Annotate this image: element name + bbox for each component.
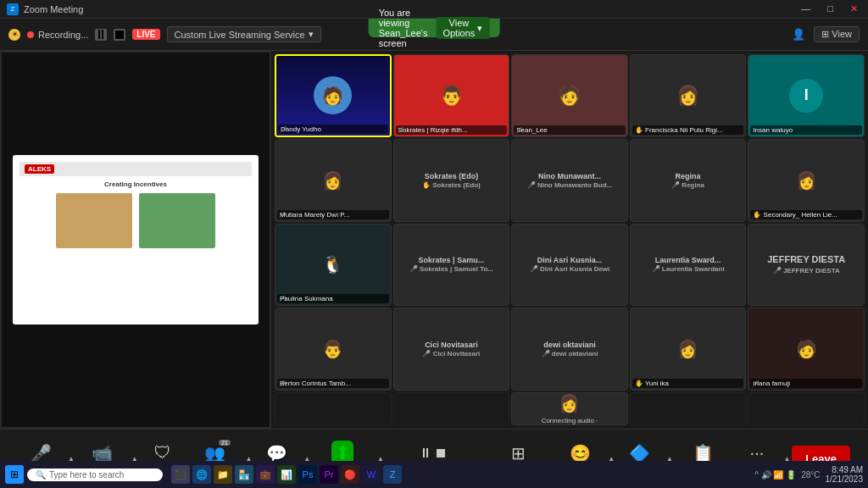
- participant-tile: JEFFREY DIESTA🎤 JEFFREY DiESTA: [748, 224, 865, 307]
- participant-name: Sokrates | Rizqie ifdh...: [396, 125, 508, 135]
- participants-icon: 👥: [204, 444, 225, 463]
- word-icon[interactable]: W: [362, 465, 381, 484]
- close-button[interactable]: ✕: [847, 3, 861, 14]
- participant-tile: 🐧 🎤 Paulina Sukmana: [275, 224, 392, 307]
- task-view-icon[interactable]: ⬛: [171, 465, 190, 484]
- start-button[interactable]: ⊞: [5, 465, 24, 484]
- top-right-controls: 👤 ⊞ View: [792, 26, 860, 42]
- time-display: 8:49 AM: [826, 465, 864, 474]
- name-display: Dini Asri Kusnia...🎤 Dini Asri Kusnia De…: [526, 252, 614, 276]
- screen-share-panel: ALEKS Creating Incentives: [0, 51, 271, 429]
- participant-tile: 👨 🎤 Sokrates | Rizqie ifdh...: [393, 54, 510, 137]
- name-display: Sokrates | Samu...🎤 Sokrates | Samuel To…: [406, 252, 497, 276]
- participant-name: Paulina Sukmana: [277, 294, 389, 303]
- zoom-icon: Z: [7, 3, 19, 15]
- slide-title: Creating Incentives: [19, 180, 252, 188]
- taskbar: ⊞ 🔍 Type here to search ⬛ 🌐 📁 🏪 💼 📊 Ps P…: [0, 461, 868, 488]
- security-icon: 🛡: [154, 443, 171, 463]
- participant-name: ✋ Yuni ika: [632, 379, 744, 388]
- participants-grid: 🧑 🎤 Dandy Yudho 👨 🎤 Sokrates | Rizqie if…: [271, 51, 868, 429]
- participant-tile: Nino Munawant...🎤 Nino Munawanto Bud...: [511, 139, 628, 222]
- participant-tile: Regina🎤 Regina: [630, 139, 747, 222]
- system-tray-icons: ^ 🔊 📶 🔋: [754, 470, 796, 480]
- participant-name: Berton Corintus Tamb...: [277, 379, 389, 388]
- shared-screen-content: ALEKS Creating Incentives: [13, 155, 259, 324]
- participant-tile: dewi oktaviani🎤 dewi oktaviani: [511, 308, 628, 391]
- microphone-icon: 🎤: [31, 443, 52, 463]
- reactions-icon: 😊: [570, 443, 591, 463]
- name-display: dewi oktaviani🎤 dewi oktaviani: [538, 337, 602, 361]
- recording-indicator: Recording...: [27, 30, 88, 40]
- participant-tile: 🧑 🎤 Sean_Lee: [511, 54, 628, 137]
- participant-name: Insan waluyo: [750, 125, 862, 135]
- aleks-logo: ALEKS: [25, 164, 54, 174]
- pause-icon: ⏸: [419, 446, 432, 461]
- photoshop-icon[interactable]: Ps: [298, 465, 317, 484]
- search-icon: 🔍: [36, 470, 46, 480]
- whiteboards-icon: 📋: [693, 443, 714, 463]
- participant-tile: [275, 392, 392, 425]
- connecting-text: Connecting audio ·: [542, 417, 598, 424]
- participant-tile: 👩 🎤 ✋ Franciscka Nii Putu Rigi...: [630, 54, 747, 137]
- aleks-header: ALEKS: [19, 162, 252, 176]
- profile-icon[interactable]: 👤: [792, 28, 805, 41]
- breakout-icon: ⊞: [511, 443, 526, 463]
- participant-tile: Sokrates | Samu...🎤 Sokrates | Samuel To…: [393, 224, 510, 307]
- view-options-button[interactable]: View Options ▾: [436, 17, 489, 39]
- connecting-tile: 👩 Connecting audio ·: [511, 392, 628, 425]
- maximize-button[interactable]: □: [824, 3, 837, 14]
- participant-name: Iriana famuji: [750, 379, 862, 388]
- zoom-logo: ☀: [8, 29, 20, 41]
- notification-text: You are viewing Sean_Lee's screen: [379, 8, 428, 48]
- temperature: 28°C: [801, 470, 820, 480]
- participant-tile: [393, 392, 510, 425]
- participant-tile: 🧑 🎤 Dandy Yudho: [275, 54, 392, 137]
- chat-icon: 💬: [266, 443, 287, 463]
- minimize-button[interactable]: —: [798, 3, 814, 14]
- participant-tile: 👩 🎤 ✋ Secondary_ Hellen Lie...: [748, 139, 865, 222]
- taskbar-app-icons: ⬛ 🌐 📁 🏪 💼 📊 Ps Pr 🔴 W Z: [171, 465, 402, 484]
- title-bar: Z Zoom Meeting You are viewing Sean_Lee'…: [0, 0, 868, 19]
- pause-recording-button[interactable]: ⏸: [95, 29, 107, 41]
- window-title: Zoom Meeting: [24, 4, 83, 14]
- name-display: Nino Munawant...🎤 Nino Munawanto Bud...: [524, 169, 616, 192]
- participant-count: 21: [219, 440, 231, 446]
- taskbar-search[interactable]: 🔍 Type here to search: [27, 469, 163, 481]
- chrome-icon[interactable]: 🔴: [341, 465, 359, 484]
- participant-tile: 👩 🎤 ✋ Yuni ika: [630, 308, 747, 391]
- name-display: Laurentia Sward...🎤 Laurentia Swardani: [648, 252, 728, 276]
- more-icon: ···: [750, 443, 765, 463]
- name-display: Regina🎤 Regina: [668, 169, 708, 192]
- zoom-taskbar-icon[interactable]: Z: [383, 465, 402, 484]
- taskbar-right: ^ 🔊 📶 🔋 28°C 8:49 AM 1/21/2023: [754, 465, 863, 484]
- view-button[interactable]: ⊞ View: [814, 26, 860, 42]
- main-content: ALEKS Creating Incentives 🧑 🎤 Dandy Yudh…: [0, 51, 868, 429]
- recording-text: Recording...: [38, 30, 88, 40]
- slide-images: [19, 193, 252, 248]
- participant-name: Dandy Yudho: [278, 125, 388, 134]
- slide-image-2: [139, 193, 215, 248]
- participant-tile: [748, 392, 865, 425]
- clock: 8:49 AM 1/21/2023: [826, 465, 864, 484]
- stop-recording-button[interactable]: ⏹: [114, 29, 125, 41]
- participant-tile: 👩 🎤 Mutiara Marety Dwi P...: [275, 139, 392, 222]
- participant-name: Mutiara Marety Dwi P...: [277, 210, 389, 219]
- participant-tile: 👨 🎤 Berton Corintus Tamb...: [275, 308, 392, 391]
- excel-icon[interactable]: 📊: [277, 465, 296, 484]
- participant-tile: Cici Novitasari🎤 Cici Novitasari: [393, 308, 510, 391]
- video-icon: 📹: [92, 443, 113, 463]
- title-bar-left: Z Zoom Meeting: [7, 3, 83, 15]
- premiere-icon[interactable]: Pr: [320, 465, 338, 484]
- slide-image-1: [56, 193, 132, 248]
- participant-tile: I Insan waluyo: [748, 54, 865, 137]
- apps-icon: 🔷: [629, 443, 650, 463]
- participant-tile: Sokrates (Edo)✋ Sokrates (Edo): [393, 139, 510, 222]
- stop-icon: ⏹: [434, 446, 448, 461]
- participant-tile: 🧑 🎤 Iriana famuji: [748, 308, 865, 391]
- store-icon[interactable]: 🏪: [235, 465, 253, 484]
- streaming-service-selector[interactable]: Custom Live Streaming Service ▾: [167, 26, 321, 42]
- file-explorer-icon[interactable]: 📁: [214, 465, 232, 484]
- edge-icon[interactable]: 🌐: [192, 465, 211, 484]
- teams-icon[interactable]: 💼: [256, 465, 275, 484]
- participant-name: Sean_Lee: [514, 125, 626, 135]
